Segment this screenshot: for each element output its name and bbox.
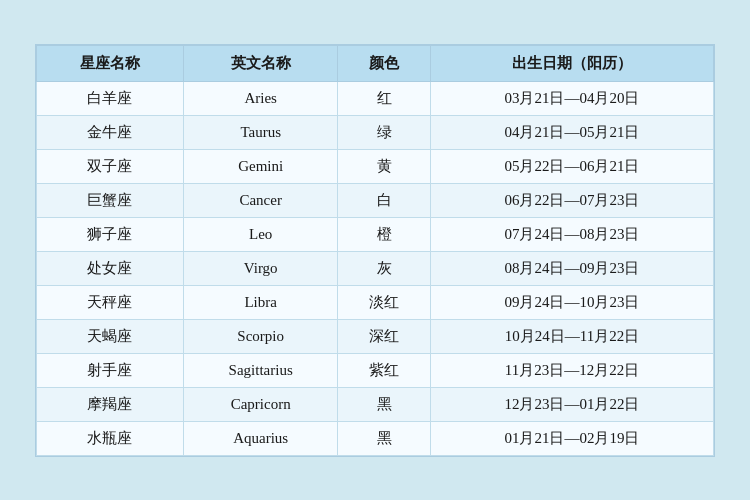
cell-dates: 07月24日—08月23日 — [430, 217, 713, 251]
zodiac-table-container: 星座名称 英文名称 颜色 出生日期（阳历） 白羊座Aries红03月21日—04… — [35, 44, 715, 457]
cell-dates: 04月21日—05月21日 — [430, 115, 713, 149]
cell-chinese-name: 双子座 — [37, 149, 184, 183]
cell-english-name: Aquarius — [183, 421, 338, 455]
cell-chinese-name: 白羊座 — [37, 81, 184, 115]
table-row: 摩羯座Capricorn黑12月23日—01月22日 — [37, 387, 714, 421]
cell-english-name: Aries — [183, 81, 338, 115]
cell-chinese-name: 水瓶座 — [37, 421, 184, 455]
table-row: 白羊座Aries红03月21日—04月20日 — [37, 81, 714, 115]
cell-english-name: Scorpio — [183, 319, 338, 353]
table-body: 白羊座Aries红03月21日—04月20日金牛座Taurus绿04月21日—0… — [37, 81, 714, 455]
cell-chinese-name: 天秤座 — [37, 285, 184, 319]
table-row: 天蝎座Scorpio深红10月24日—11月22日 — [37, 319, 714, 353]
cell-chinese-name: 射手座 — [37, 353, 184, 387]
cell-color: 淡红 — [338, 285, 431, 319]
cell-english-name: Taurus — [183, 115, 338, 149]
cell-color: 灰 — [338, 251, 431, 285]
cell-color: 白 — [338, 183, 431, 217]
cell-english-name: Cancer — [183, 183, 338, 217]
header-color: 颜色 — [338, 45, 431, 81]
cell-color: 红 — [338, 81, 431, 115]
table-row: 金牛座Taurus绿04月21日—05月21日 — [37, 115, 714, 149]
cell-english-name: Libra — [183, 285, 338, 319]
cell-dates: 09月24日—10月23日 — [430, 285, 713, 319]
cell-english-name: Leo — [183, 217, 338, 251]
cell-chinese-name: 摩羯座 — [37, 387, 184, 421]
cell-dates: 03月21日—04月20日 — [430, 81, 713, 115]
table-header-row: 星座名称 英文名称 颜色 出生日期（阳历） — [37, 45, 714, 81]
cell-dates: 01月21日—02月19日 — [430, 421, 713, 455]
cell-color: 橙 — [338, 217, 431, 251]
table-row: 射手座Sagittarius紫红11月23日—12月22日 — [37, 353, 714, 387]
cell-color: 黑 — [338, 421, 431, 455]
cell-dates: 11月23日—12月22日 — [430, 353, 713, 387]
zodiac-table: 星座名称 英文名称 颜色 出生日期（阳历） 白羊座Aries红03月21日—04… — [36, 45, 714, 456]
table-row: 狮子座Leo橙07月24日—08月23日 — [37, 217, 714, 251]
cell-dates: 12月23日—01月22日 — [430, 387, 713, 421]
cell-color: 黑 — [338, 387, 431, 421]
cell-color: 绿 — [338, 115, 431, 149]
cell-dates: 10月24日—11月22日 — [430, 319, 713, 353]
cell-english-name: Capricorn — [183, 387, 338, 421]
cell-chinese-name: 天蝎座 — [37, 319, 184, 353]
cell-color: 深红 — [338, 319, 431, 353]
table-row: 双子座Gemini黄05月22日—06月21日 — [37, 149, 714, 183]
cell-english-name: Virgo — [183, 251, 338, 285]
table-row: 巨蟹座Cancer白06月22日—07月23日 — [37, 183, 714, 217]
cell-chinese-name: 狮子座 — [37, 217, 184, 251]
cell-chinese-name: 巨蟹座 — [37, 183, 184, 217]
cell-color: 紫红 — [338, 353, 431, 387]
header-dates: 出生日期（阳历） — [430, 45, 713, 81]
cell-dates: 08月24日—09月23日 — [430, 251, 713, 285]
cell-chinese-name: 处女座 — [37, 251, 184, 285]
table-row: 处女座Virgo灰08月24日—09月23日 — [37, 251, 714, 285]
header-english-name: 英文名称 — [183, 45, 338, 81]
cell-english-name: Sagittarius — [183, 353, 338, 387]
cell-color: 黄 — [338, 149, 431, 183]
cell-dates: 06月22日—07月23日 — [430, 183, 713, 217]
cell-chinese-name: 金牛座 — [37, 115, 184, 149]
table-row: 天秤座Libra淡红09月24日—10月23日 — [37, 285, 714, 319]
header-chinese-name: 星座名称 — [37, 45, 184, 81]
cell-dates: 05月22日—06月21日 — [430, 149, 713, 183]
cell-english-name: Gemini — [183, 149, 338, 183]
table-row: 水瓶座Aquarius黑01月21日—02月19日 — [37, 421, 714, 455]
